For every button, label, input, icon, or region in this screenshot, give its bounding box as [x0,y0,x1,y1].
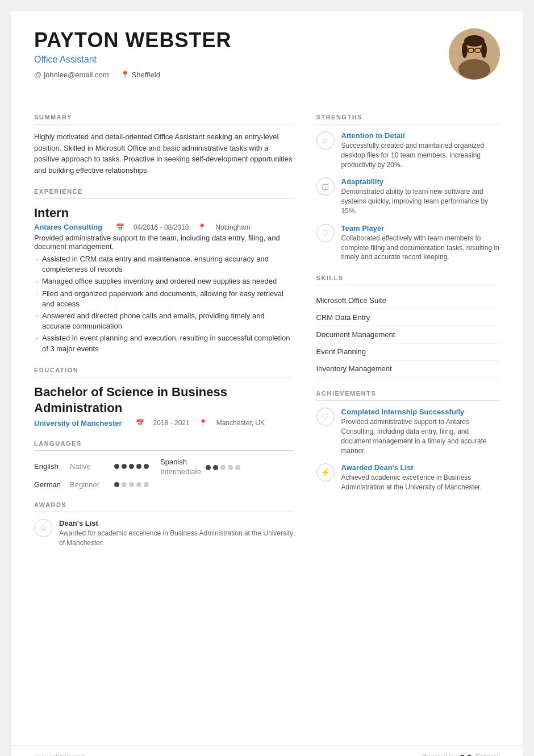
exp-loc-icon: 📍 [198,223,206,231]
exp-bullet-4: Assisted in event planning and execution… [34,333,294,354]
email-contact: @ johnlee@email.com [34,70,109,79]
dot [213,465,218,470]
lang-item-2: German Beginner [34,480,149,489]
skill-item-2: Document Management [316,326,500,343]
award-content-0: Dean's List Awarded for academic excelle… [59,519,294,548]
lang-dots-1 [206,465,240,470]
exp-company: Antares Consulting [34,223,102,231]
strength-title-2: Team Player [341,224,500,232]
languages-section: LANGUAGES English Native [34,440,294,489]
exp-meta: 📅 04/2016 - 08/2018 📍 Nottingham [116,223,251,231]
edu-meta: 📅 2018 - 2021 📍 Manchester, UK [136,419,265,427]
edu-loc-icon: 📍 [199,419,207,427]
contact-info: @ johnlee@email.com 📍 Sheffield [34,70,231,79]
exp-bullet-0: Assisted in CRM data entry and maintenan… [34,254,294,275]
svg-point-5 [481,42,487,58]
exp-date: 04/2016 - 08/2018 [134,223,189,231]
strength-content-0: Attention to Detail Successfully created… [341,131,500,169]
lang-level-1: Intermediate [160,467,201,476]
achievement-item-1: ⚡ Awarded Dean's List Achieved academic … [316,463,500,492]
skill-item-3: Event Planning [316,343,500,360]
lang-level-2: Beginner [70,480,110,489]
exp-header-row: Antares Consulting 📅 04/2016 - 08/2018 📍… [34,223,294,231]
achievement-icon-1: ⚡ [316,463,335,481]
achievement-content-1: Awarded Dean's List Achieved academic ex… [341,463,500,492]
location-icon: 📍 [120,70,130,79]
lang-row-1: German Beginner [34,480,294,489]
strength-title-0: Attention to Detail [341,131,500,140]
exp-bullet-1: Managed office supplies inventory and or… [34,276,294,286]
dot [220,465,226,470]
exp-title: Intern [34,206,294,221]
edu-degree: Bachelor of Science in Business Administ… [34,384,294,417]
strengths-section: STRENGTHS ☆ Attention to Detail Successf… [316,114,500,262]
summary-section: SUMMARY Highly motivated and detail-orie… [34,114,294,176]
lang-name-0: English [34,462,65,471]
award-icon-0: ☆ [34,519,52,537]
enhancv-logo-icon [460,753,471,756]
achievement-desc-1: Achieved academic excellence in Business… [341,473,500,492]
svg-point-1 [458,59,490,80]
dot [129,482,134,487]
awards-section: AWARDS ☆ Dean's List Awarded for academi… [34,501,294,548]
svg-line-9 [465,49,467,50]
strength-desc-2: Collaborated effectively with team membe… [341,234,500,262]
strength-icon-2: ♡ [316,224,335,242]
email-value: johnlee@email.com [44,70,109,79]
lang-level-0: Native [70,462,110,471]
experience-label: EXPERIENCE [34,188,294,199]
edu-date: 2018 - 2021 [153,419,190,427]
skill-item-1: CRM Data Entry [316,309,500,326]
languages-label: LANGUAGES [34,440,294,451]
education-label: EDUCATION [34,367,294,377]
skills-label: SKILLS [316,275,500,285]
experience-item-0: Intern Antares Consulting 📅 04/2016 - 08… [34,206,294,354]
footer-powered: Powered by Enhancv [422,753,500,756]
strength-item-1: ⊡ Adaptability Demonstrated ability to l… [316,177,500,215]
education-item-0: Bachelor of Science in Business Administ… [34,384,294,427]
achievement-item-0: ♡ Completed Internship Successfully Prov… [316,408,500,455]
experience-section: EXPERIENCE Intern Antares Consulting 📅 0… [34,188,294,354]
svg-point-3 [464,35,485,47]
dot [122,482,127,487]
lang-name-1: Spanish [160,458,201,466]
strength-item-2: ♡ Team Player Collaborated effectively w… [316,224,500,262]
achievement-content-0: Completed Internship Successfully Provid… [341,408,500,455]
footer: www.enhancv.com Powered by Enhancv [11,745,523,756]
edu-date-icon: 📅 [136,419,144,427]
dot [206,465,211,470]
dot [144,464,149,469]
email-icon: @ [34,70,41,79]
location-value: Sheffield [132,70,160,79]
lang-dots-0 [114,464,149,469]
achievements-label: ACHIEVEMENTS [316,390,500,401]
edu-school: University of Manchester [34,419,122,427]
achievement-desc-0: Provided administrative support to Antar… [341,417,500,455]
strengths-label: STRENGTHS [316,114,500,124]
awards-label: AWARDS [34,501,294,512]
skill-item-4: Inventory Management [316,360,500,377]
achievement-title-1: Awarded Dean's List [341,463,500,472]
left-column: SUMMARY Highly motivated and detail-orie… [34,114,294,745]
achievement-title-0: Completed Internship Successfully [341,408,500,416]
full-name: PAYTON WEBSTER [34,28,231,52]
award-item-0: ☆ Dean's List Awarded for academic excel… [34,519,294,548]
lang-item-1: Spanish Intermediate [160,458,240,476]
edu-header-row: University of Manchester 📅 2018 - 2021 📍… [34,419,294,427]
exp-bullet-2: Filed and organized paperwork and docume… [34,289,294,309]
powered-by-text: Powered by [422,753,455,756]
strength-desc-1: Demonstrated ability to learn new softwa… [341,187,500,215]
lang-row-0: English Native Spanish I [34,458,294,476]
exp-location: Nottingham [215,223,250,231]
svg-line-10 [481,49,482,50]
award-desc-0: Awarded for academic excellence in Busin… [59,529,294,548]
summary-label: SUMMARY [34,114,294,124]
dot [129,464,134,469]
exp-bullet-3: Answered and directed phone calls and em… [34,311,294,331]
strength-icon-1: ⊡ [316,177,335,196]
brand-name: Enhancv [475,753,500,756]
achievements-section: ACHIEVEMENTS ♡ Completed Internship Succ… [316,390,500,492]
strength-item-0: ☆ Attention to Detail Successfully creat… [316,131,500,169]
dot [136,482,141,487]
dot [114,482,119,487]
